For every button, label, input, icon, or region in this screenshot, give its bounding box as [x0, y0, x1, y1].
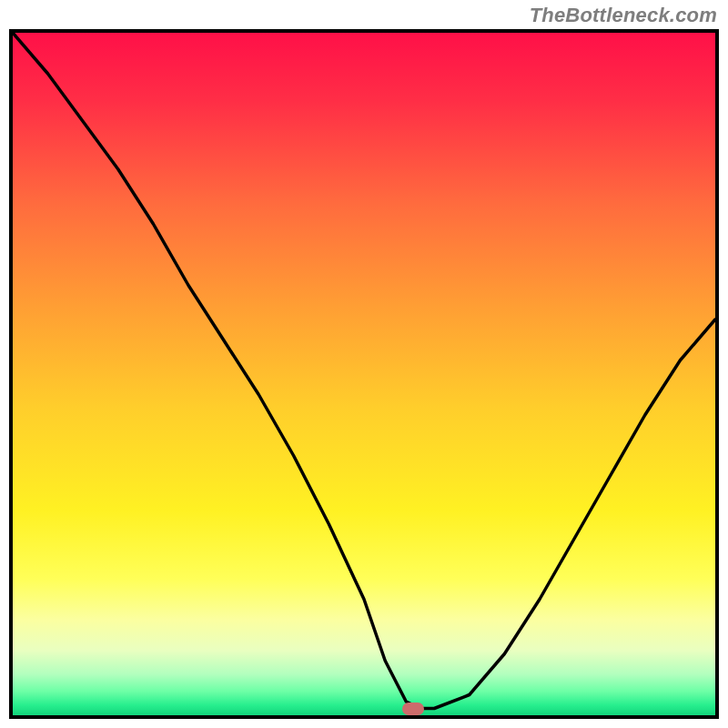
optimal-marker — [402, 703, 424, 715]
plot-area — [9, 29, 719, 719]
bottleneck-curve — [13, 33, 715, 715]
watermark: TheBottleneck.com — [530, 4, 717, 27]
chart-frame: TheBottleneck.com — [0, 0, 728, 728]
